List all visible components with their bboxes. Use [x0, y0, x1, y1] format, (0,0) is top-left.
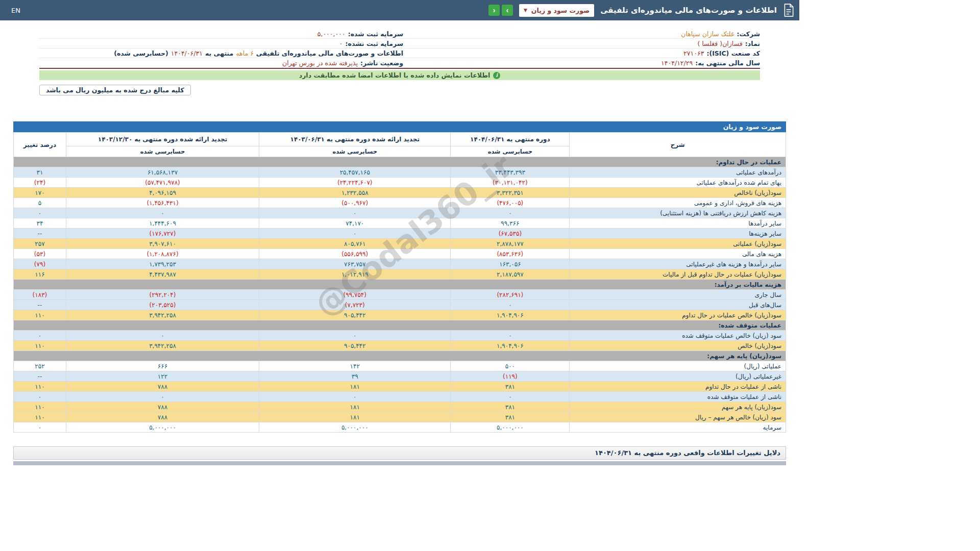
company-field-label: سال مالی منتهی به: [695, 59, 760, 67]
row-value: (۱,۴۵۶,۴۳۱) [66, 198, 259, 208]
row-change-pct: ۱۱۰ [14, 412, 66, 422]
statement-row: سایر درآمدها۹۹,۳۶۶۷۴,۱۷۰۱,۴۴۴,۶۰۹۳۴ [14, 218, 786, 229]
row-value: (۶۷,۵۳۵) [451, 229, 570, 239]
row-value: (۷,۷۲۳) [259, 300, 451, 310]
row-value: ۰ [66, 208, 259, 218]
row-change-pct: ۰ [14, 422, 66, 433]
row-value: ۵,۰۰۰,۰۰۰ [259, 422, 451, 433]
row-value: ۳۸۱ [451, 402, 570, 412]
row-value: ۷۸۸ [66, 382, 259, 392]
row-label: سال جاری [570, 290, 786, 300]
language-toggle[interactable]: EN [5, 7, 20, 14]
row-value: (۳۰,۱۲۱,۰۴۲) [451, 178, 570, 188]
row-value: ۶۱,۵۶۸,۱۳۷ [66, 167, 259, 178]
section-label: عملیات متوقف شده: [14, 320, 786, 331]
company-field-value: ۰ [339, 40, 343, 47]
section-label: عملیات در حال تداوم: [14, 157, 786, 167]
row-label: ناشی از عملیات در حال تداوم [570, 382, 786, 392]
row-value: ۷۸۸ [66, 402, 259, 412]
row-value: (۹۹,۷۵۴) [259, 290, 451, 300]
row-label: سود(زیان) خالص [570, 341, 786, 351]
statement-header: شرح دوره منتهی به ۱۴۰۴/۰۶/۳۱ تجدید ارائه… [14, 133, 786, 157]
row-value: ۱۸۱ [259, 412, 451, 422]
row-change-pct: (۵۳) [14, 249, 66, 259]
row-value: (۵۷,۴۷۱,۹۷۸) [66, 178, 259, 188]
row-label: هزینه های مالی [570, 249, 786, 259]
app-header: اطلاعات و صورت‌های مالی میاندوره‌ای تلفی… [0, 0, 799, 20]
company-field-value: غلتک سازان سپاهان [681, 30, 734, 38]
company-info-row: سرمایه ثبت نشده:۰ [39, 39, 403, 48]
statement-row: سود(زیان) پایه هر سهم۳۸۱۱۸۱۷۸۸۱۱۰ [14, 402, 786, 412]
row-value: ۰ [259, 229, 451, 239]
row-value: ۰ [66, 331, 259, 341]
statement-row: درآمدهای عملیاتی۳۳,۴۴۳,۳۹۳۲۵,۴۵۷,۱۶۵۶۱,۵… [14, 167, 786, 178]
next-statement-button[interactable]: › [502, 5, 513, 16]
section-label: سود(زیان) پایه هر سهم: [14, 351, 786, 361]
row-change-pct: -- [14, 371, 66, 382]
col-audited-3: حسابرسی شده [66, 146, 259, 157]
statement-type-dropdown[interactable]: صورت سود و زیان ▼ [519, 4, 594, 17]
row-value: ۱,۰۱۲,۹۱۹ [259, 269, 451, 280]
company-info-row: سال مالی منتهی به:۱۴۰۴/۱۲/۲۹ [403, 58, 760, 68]
income-statement: صورت سود و زیان شرح دوره منتهی به ۱۴۰۴/۰… [13, 121, 786, 433]
row-change-pct: ۲۵۲ [14, 361, 66, 371]
row-change-pct: ۱۱۰ [14, 310, 66, 320]
company-field-value: ۱۴۰۴/۱۲/۲۹ [661, 59, 693, 67]
row-value: (۱۷۶,۷۲۷) [66, 229, 259, 239]
company-field-text: ۶ ماهه [236, 49, 254, 57]
company-info-row: کد صنعت (ISIC):۲۷۱۰۶۳ [403, 48, 760, 58]
statement-row: سایر هزینه‌ها(۶۷,۵۳۵)۰(۱۷۶,۷۲۷)-- [14, 229, 786, 239]
next-section-sliver [13, 461, 786, 465]
statement-row: سال جاری(۲۸۲,۶۹۱)(۹۹,۷۵۴)(۲۹۲,۲۰۴)(۱۸۳) [14, 290, 786, 300]
row-value: ۱,۲۳۲,۵۵۸ [259, 188, 451, 198]
statement-row: ناشی از عملیات متوقف شده۰۰۰۰ [14, 392, 786, 402]
statement-row: سال‌های قبل۰(۷,۷۲۳)(۲۰۳,۵۲۵)-- [14, 300, 786, 310]
row-value: ۴,۰۹۶,۱۵۹ [66, 188, 259, 198]
statement-row: سایر درآمدها و هزینه های غیرعملیاتی۱۶۳,۰… [14, 259, 786, 269]
row-value: ۲,۱۸۷,۵۹۷ [451, 269, 570, 280]
statement-row: سود (زیان) خالص عملیات متوقف شده۰۰۰۰ [14, 331, 786, 341]
row-change-pct: ۰ [14, 331, 66, 341]
row-change-pct: ۰ [14, 392, 66, 402]
prev-statement-button[interactable]: ‹ [488, 5, 500, 16]
row-label: سود (زیان) خالص عملیات متوقف شده [570, 331, 786, 341]
company-field-text: (حسابرسی شده) [114, 49, 168, 57]
row-change-pct: ۱۱۰ [14, 382, 66, 392]
statement-section-row: عملیات متوقف شده: [14, 320, 786, 331]
col-change: درصد تغییر [14, 133, 66, 157]
row-value: ۹۰۵,۴۴۲ [259, 310, 451, 320]
statement-body: عملیات در حال تداوم:درآمدهای عملیاتی۳۳,۴… [14, 157, 786, 433]
statement-row: هزینه های مالی(۸۵۳,۶۳۶)(۵۵۶,۵۹۹)(۱,۲۰۸,۸… [14, 249, 786, 259]
row-value: ۱,۴۴۴,۶۰۹ [66, 218, 259, 229]
signature-match-text: اطلاعات نمایش داده شده با اطلاعات امضا ش… [299, 71, 491, 79]
row-change-pct: ۱۱۰ [14, 402, 66, 412]
row-value: ۰ [451, 208, 570, 218]
company-field-label: سرمایه ثبت شده: [348, 30, 403, 38]
row-value: ۲,۸۷۸,۱۷۷ [451, 239, 570, 249]
row-value: ۱۸۱ [259, 402, 451, 412]
row-value: ۳,۹۴۲,۲۵۸ [66, 341, 259, 351]
company-info-right: شرکت:غلتک سازان سپاهاننماد:فسازان( فغلسا… [403, 29, 760, 68]
row-value: ۵,۰۰۰,۰۰۰ [451, 422, 570, 433]
row-value: ۳,۹۴۲,۲۵۸ [66, 310, 259, 320]
row-label: سال‌های قبل [570, 300, 786, 310]
col-audited-1: حسابرسی شده [451, 146, 570, 157]
row-value: ۳,۳۲۲,۳۵۱ [451, 188, 570, 198]
company-field-value: پذیرفته شده در بورس تهران [282, 59, 358, 67]
row-change-pct: ۳۴ [14, 218, 66, 229]
row-label: غیرعملیاتی (ریال) [570, 371, 786, 382]
row-value: ۳۸۱ [451, 382, 570, 392]
row-change-pct: (۱۸۳) [14, 290, 66, 300]
row-value: ۰ [451, 392, 570, 402]
row-value: ۱,۹۰۴,۹۰۶ [451, 341, 570, 351]
company-field-text: ۱۴۰۴/۰۶/۳۱ [171, 49, 203, 57]
row-value: ۱۲۲ [66, 371, 259, 382]
document-icon [783, 4, 794, 17]
row-label: سود(زیان) خالص عملیات در حال تداوم [570, 310, 786, 320]
info-icon: i [493, 72, 500, 79]
company-field-value: ۵,۰۰۰,۰۰۰ [317, 30, 346, 38]
row-value: ۸۰۵,۷۶۱ [259, 239, 451, 249]
reasons-header: دلایل تغییرات اطلاعات واقعی دوره منتهی ب… [13, 446, 786, 460]
statement-title: صورت سود و زیان [13, 121, 786, 132]
statement-section-row: سود(زیان) پایه هر سهم: [14, 351, 786, 361]
